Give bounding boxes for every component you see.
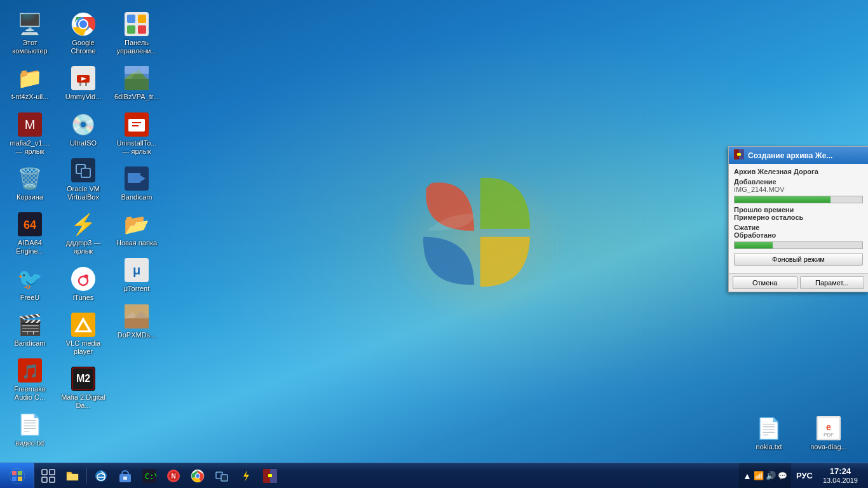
icon-label-ddd-mp3: дддmp3 — ярлык xyxy=(60,239,106,255)
chrome-icon xyxy=(71,11,96,37)
taskbar-items: C:\ N xyxy=(34,463,284,488)
icon-nokia-txt[interactable]: 📄 nokia.txt xyxy=(743,412,794,455)
freeu-icon: 🐦 xyxy=(17,266,43,292)
icon-label-new-folder: Новая папка xyxy=(116,239,157,247)
windows-logo xyxy=(376,132,579,336)
aida64-icon: 64 xyxy=(17,212,43,237)
winrar-panel: Создание архива Же... Архив Железная Дор… xyxy=(728,146,868,292)
winrar-background-button[interactable]: Фоновый режим xyxy=(734,253,863,266)
icon-ultraiso[interactable]: 💿 UltraISO xyxy=(58,108,109,151)
icon-freeu[interactable]: 🐦 FreeU xyxy=(4,262,55,306)
taskbar-winrar[interactable] xyxy=(259,464,281,487)
utorrent-icon: μ xyxy=(124,257,149,283)
svg-rect-45 xyxy=(128,173,140,183)
start-button[interactable] xyxy=(0,463,34,489)
icon-bandicam2[interactable]: 🎬 Bandicam xyxy=(4,308,55,351)
tray-volume-icon[interactable]: 🔊 xyxy=(766,471,776,480)
svg-rect-32 xyxy=(138,15,146,23)
icon-uninstalltool[interactable]: UninstallTo... — ярлык xyxy=(111,108,162,159)
winrar-body: Архив Железная Дорога Добавление IMG_214… xyxy=(729,164,868,273)
landscape-icon xyxy=(124,65,149,91)
svg-rect-34 xyxy=(138,25,146,34)
dopxmds-icon xyxy=(124,304,149,329)
icon-6dlbzvpa[interactable]: 6dlBzVPA_tr... xyxy=(111,62,162,105)
vlc-icon xyxy=(71,312,96,337)
icon-vlc[interactable]: VLC media player xyxy=(58,308,109,360)
icon-freemake[interactable]: 🎵 Freemake Audio C... xyxy=(4,354,55,405)
taskbar-task-view[interactable] xyxy=(37,464,60,487)
clock[interactable]: 17:24 13.04.2019 xyxy=(818,463,863,489)
taskbar-virtualbox[interactable] xyxy=(210,464,233,487)
txt-icon: 📄 xyxy=(17,412,43,437)
winrar-archive-label: Архив Железная Дорога xyxy=(734,168,863,175)
winrar-compression-row: Сжатие Обработано xyxy=(734,224,863,239)
svg-rect-15 xyxy=(85,83,87,86)
icon-label-nova-diag: nova-diag... xyxy=(810,443,846,451)
icon-oracle-vm[interactable]: Oracle VM VirtualBox xyxy=(58,154,109,205)
computer-icon: 🖥️ xyxy=(17,11,43,37)
icon-mafia2[interactable]: M mafia2_v1....— ярлык xyxy=(4,108,55,159)
svg-text:N: N xyxy=(171,473,175,480)
tray-notification-icon[interactable]: 💬 xyxy=(778,471,787,480)
system-tray: ▲ 📶 🔊 💬 xyxy=(739,463,791,489)
tray-expand-icon[interactable]: ▲ xyxy=(743,471,752,481)
svg-rect-14 xyxy=(79,83,81,86)
icon-label-ultraiso: UltraISO xyxy=(70,139,97,147)
taskbar-explorer[interactable] xyxy=(61,464,84,487)
svg-point-20 xyxy=(71,267,95,291)
winrar-cancel-button[interactable]: Отмена xyxy=(733,276,797,289)
desktop: 🖥️ Этоткомпьютер 📁 t-nt4zX-uil... M mafi… xyxy=(0,0,868,488)
icon-mafia2-digital[interactable]: M2 Mafia 2.Digital Da... xyxy=(58,362,109,414)
svg-rect-67 xyxy=(123,477,127,480)
icon-label-t-nt4zx: t-nt4zX-uil... xyxy=(11,93,49,101)
icon-panel[interactable]: Панель управлени... xyxy=(111,8,162,59)
icon-nova-diag[interactable]: e PDF nova-diag... xyxy=(803,412,854,455)
icon-utorrent[interactable]: μ μTorrent xyxy=(111,254,162,297)
taskbar-store[interactable] xyxy=(114,464,137,487)
icon-dopxmds[interactable]: DoPXMDs... xyxy=(111,300,162,343)
icon-label-aida64: AIDA64 Engine... xyxy=(7,239,53,255)
icon-video-txt[interactable]: 📄 видео.txt xyxy=(4,408,55,451)
svg-rect-64 xyxy=(50,477,55,482)
icon-t-nt4zx[interactable]: 📁 t-nt4zX-uil... xyxy=(4,62,55,105)
icon-itunes[interactable]: iTunes xyxy=(58,262,109,306)
folder-icon: 📁 xyxy=(17,65,43,91)
icon-google-chrome[interactable]: Google Chrome xyxy=(58,8,109,59)
taskbar-cmd[interactable]: C:\ xyxy=(138,464,161,487)
winrar-time-passed-label: Прошло времени xyxy=(734,206,863,214)
svg-point-10 xyxy=(79,20,87,28)
tray-network-icon[interactable]: 📶 xyxy=(754,471,764,480)
icon-ddd-mp3[interactable]: ⚡ дддmp3 — ярлык xyxy=(58,208,109,259)
itunes-icon xyxy=(71,266,96,292)
icon-label-bandicam-col3: Bandicam xyxy=(121,193,153,201)
taskbar-thunderbolt[interactable] xyxy=(234,464,257,487)
icon-this-computer[interactable]: 🖥️ Этоткомпьютер xyxy=(4,8,55,59)
icon-aida64[interactable]: 64 AIDA64 Engine... xyxy=(4,208,55,259)
mafia2-icon: M xyxy=(17,112,43,137)
icon-recycle[interactable]: 🗑️ Корзина xyxy=(4,162,55,205)
taskbar-app1[interactable]: N xyxy=(162,464,185,487)
icon-bandicam-col3[interactable]: Bandicam xyxy=(111,162,162,205)
taskbar-chrome[interactable] xyxy=(186,464,209,487)
icon-label-bandicam2: Bandicam xyxy=(15,339,46,348)
winrar-header: Создание архива Же... xyxy=(729,147,868,164)
winrar-buttons: Отмена Парамет... xyxy=(729,273,868,292)
svg-rect-50 xyxy=(125,318,149,329)
taskbar-edge[interactable] xyxy=(90,464,112,487)
right-desktop-icons: 📄 nokia.txt e PDF nova-diag... xyxy=(742,410,855,456)
ultraiso-icon: 💿 xyxy=(71,112,96,137)
icon-label-itunes: iTunes xyxy=(73,294,94,302)
clock-date: 13.04.2019 xyxy=(823,477,858,485)
svg-text:e: e xyxy=(826,422,831,432)
winrar-params-button[interactable]: Парамет... xyxy=(800,276,865,289)
winrar-header-icon xyxy=(734,149,744,161)
uninstalltool-icon xyxy=(124,112,149,137)
svg-rect-63 xyxy=(42,477,47,482)
language-indicator[interactable]: РУС xyxy=(794,471,815,480)
svg-rect-61 xyxy=(42,470,47,475)
icon-label-6dlbzvpa: 6dlBzVPA_tr... xyxy=(114,93,159,101)
icon-new-folder[interactable]: 📂 Новая папка xyxy=(111,208,162,251)
icon-label-mafia2-digital: Mafia 2.Digital Da... xyxy=(60,393,106,410)
icon-ummyvid[interactable]: UmmyVid... xyxy=(58,62,109,105)
svg-point-0 xyxy=(386,163,569,325)
